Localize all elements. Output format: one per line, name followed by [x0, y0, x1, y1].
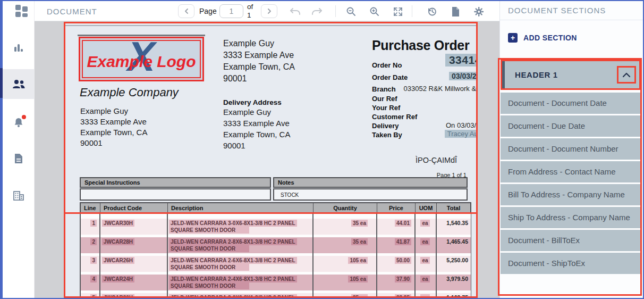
- section-field-item[interactable]: Bill To Address - Company Name: [501, 184, 641, 205]
- document-page-icon: [14, 153, 23, 164]
- order-field-value: 033052 R&K Millwork & Trim: [404, 85, 477, 93]
- sidebar-item-company[interactable]: [3, 181, 35, 211]
- table-grid-line: [80, 213, 81, 298]
- history-clock-icon: [427, 6, 437, 17]
- table-grid-line: [167, 213, 168, 298]
- add-section-label: ADD SECTION: [523, 34, 577, 42]
- section-header-1[interactable]: HEADER 1: [501, 60, 641, 90]
- redo-button[interactable]: [310, 5, 324, 19]
- sidebar-item-notifications[interactable]: [3, 107, 35, 137]
- sidebar-item-users[interactable]: [3, 69, 35, 99]
- column-header: Product Code: [100, 203, 168, 212]
- line-item-cell: JWCAR30H: [99, 219, 167, 235]
- document-sections-panel: DOCUMENT SECTIONS + ADD SECTION HEADER 1…: [499, 1, 643, 298]
- section-field-item[interactable]: From Address - Contact Name: [501, 161, 641, 182]
- zoom-out-icon: [346, 6, 357, 17]
- line-item-cell: ea: [414, 275, 436, 290]
- sidebar-item-analytics[interactable]: [3, 33, 35, 63]
- section-accent-bar: [502, 61, 505, 88]
- history-button[interactable]: [425, 5, 439, 19]
- line-item-cell: 105 ea: [312, 275, 376, 290]
- page-number-input[interactable]: [219, 4, 243, 18]
- order-field-label: Delivery: [372, 122, 399, 130]
- line-item-cell: JELD-WEN CARRARA 2-8X6-8X1-3/8 HC 2 PANE…: [167, 237, 312, 253]
- fullscreen-expand-icon: [393, 7, 403, 16]
- line-item-cell: 33.25: [376, 293, 414, 298]
- fullscreen-button[interactable]: [391, 5, 405, 19]
- order-field-label: Customer Ref: [372, 113, 417, 121]
- app-window: DOCUMENT Page of 1: [0, 0, 644, 299]
- line-item-row[interactable]: 1JWCAR30HJELD-WEN CARRARA 3-0X6-8X1-3/8 …: [80, 219, 471, 235]
- collapse-section-button[interactable]: [617, 66, 636, 84]
- chevron-left-icon: [183, 8, 190, 14]
- line-item-cell: JELD-WEN CARRARA 2-4X6-8X1-3/8 HC 2 PANE…: [167, 275, 312, 290]
- section-field-item[interactable]: Document - Due Date: [501, 115, 641, 137]
- order-field-label: Branch: [372, 85, 396, 93]
- page-count-label: of 1: [247, 3, 258, 20]
- line-item-cell: 5,250.00: [436, 256, 471, 272]
- line-item-cell: 1,540.35: [436, 219, 471, 235]
- line-item-row[interactable]: 5JWCAR20HJELD-WEN CARRARA 2-0X6-8X1-3/8 …: [80, 293, 471, 298]
- order-field-label: Your Ref: [372, 104, 400, 112]
- line-item-cell: JWCAR26H: [99, 256, 167, 272]
- chevron-up-icon: [622, 72, 631, 78]
- order-field-value: On 03/03/2025: [446, 121, 477, 129]
- undo-button[interactable]: [289, 5, 302, 19]
- column-header: Total: [437, 203, 470, 212]
- page-prev-button[interactable]: [178, 4, 194, 18]
- line-item-cell: JELD-WEN CARRARA 2-6X6-8X1-3/8 HC 2 PANE…: [167, 256, 312, 272]
- page-next-button[interactable]: [261, 4, 277, 18]
- app-grid-logo-icon[interactable]: [15, 5, 28, 18]
- users-people-icon: [12, 79, 26, 89]
- line-item-row[interactable]: 2JWCAR28HJELD-WEN CARRARA 2-8X6-8X1-3/8 …: [80, 237, 471, 253]
- line-item-cell: 3: [80, 256, 99, 272]
- line-item-cell: JELD-WEN CARRARA 3-0X6-8X1-3/8 HC 2 PANE…: [167, 219, 312, 235]
- toolbar-divider: [335, 5, 336, 17]
- zoom-out-button[interactable]: [344, 5, 358, 19]
- special-instructions-box: Special Instructions: [80, 177, 271, 201]
- zoom-in-button[interactable]: [368, 5, 382, 19]
- section-field-item[interactable]: Document - BillToEx: [501, 230, 641, 251]
- section-field-item[interactable]: Document - Document Date: [501, 93, 641, 114]
- order-field-label: Order Date: [372, 73, 408, 81]
- special-instructions-value: [80, 188, 271, 201]
- order-field-value[interactable]: Tracey Austin: [445, 130, 477, 138]
- column-header: Description: [168, 203, 313, 212]
- notes-label: Notes: [273, 177, 468, 188]
- order-field-label: Taken By: [372, 131, 402, 139]
- sidebar-item-documents[interactable]: [3, 144, 35, 173]
- table-grid-line: [312, 213, 313, 298]
- line-item-cell: ea: [414, 219, 436, 235]
- document-view-button[interactable]: [448, 5, 462, 19]
- order-field-value[interactable]: 03/03/2025: [449, 72, 477, 80]
- window-border-top: [0, 0, 644, 1]
- notes-box: Notes STOCK: [273, 177, 468, 201]
- settings-button[interactable]: [472, 5, 486, 19]
- plus-icon: +: [508, 33, 518, 43]
- order-field-value[interactable]: 334145: [445, 54, 477, 67]
- vendor-logo-frame: X Example Logo: [82, 40, 201, 78]
- redo-icon: [310, 7, 323, 16]
- line-item-cell: ea: [414, 293, 436, 298]
- line-items-header: LineProduct CodeDescriptionQuantityPrice…: [80, 202, 471, 213]
- line-item-row[interactable]: 4JWCAR24HJELD-WEN CARRARA 2-4X6-8X1-3/8 …: [80, 275, 471, 290]
- document-canvas: X Example Logo Example Company Example G…: [35, 21, 499, 298]
- document-file-icon: [451, 6, 460, 17]
- line-item-row[interactable]: 3JWCAR26HJELD-WEN CARRARA 2-6X6-8X1-3/8 …: [80, 256, 471, 272]
- line-item-cell: 105 ea: [312, 256, 376, 272]
- section-field-item[interactable]: Document - ShipToEx: [501, 253, 641, 274]
- line-item-cell: 44.01: [376, 219, 414, 235]
- section-field-item[interactable]: Ship To Address - Company Name: [501, 207, 641, 228]
- column-header: Line: [81, 203, 100, 212]
- sidebar-active-indicator: [0, 68, 3, 98]
- line-item-cell: 2: [80, 237, 99, 253]
- order-field-label: Order No: [372, 61, 402, 69]
- section-field-list: Document - Document DateDocument - Due D…: [501, 93, 641, 276]
- add-section-button[interactable]: + ADD SECTION: [508, 33, 577, 43]
- line-item-cell: 35 ea: [312, 219, 376, 235]
- section-field-item[interactable]: Document - Document Number: [501, 138, 641, 160]
- line-item-cell: 35 ea: [312, 237, 376, 253]
- sidebar: [3, 1, 35, 298]
- panel-divider: [500, 20, 643, 20]
- column-header: UOM: [416, 203, 437, 212]
